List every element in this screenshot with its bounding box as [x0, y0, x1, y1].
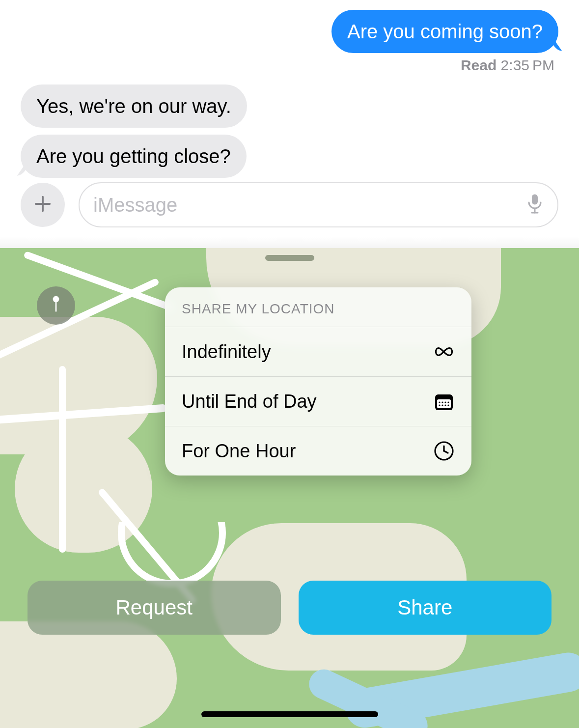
svg-point-16 — [447, 404, 449, 406]
menu-item-label: Until End of Day — [182, 391, 317, 412]
conversation-area: Are you coming soon? Read 2:35 PM Yes, w… — [0, 0, 579, 248]
svg-point-14 — [441, 404, 443, 406]
svg-point-12 — [447, 401, 449, 403]
plus-icon — [33, 195, 52, 215]
add-attachment-button[interactable] — [21, 183, 65, 227]
share-location-button[interactable]: Share — [299, 581, 552, 635]
calendar-icon — [433, 391, 455, 412]
svg-point-13 — [439, 404, 440, 406]
button-label: Share — [397, 596, 452, 619]
message-row-outgoing: Are you coming soon? — [0, 10, 579, 53]
location-panel: SHARE MY LOCATION Indefinitely Until End… — [0, 248, 579, 728]
svg-point-9 — [439, 401, 440, 403]
svg-point-10 — [441, 401, 443, 403]
svg-rect-8 — [437, 399, 451, 408]
svg-line-19 — [444, 451, 448, 453]
svg-point-15 — [444, 404, 446, 406]
message-input[interactable]: iMessage — [79, 182, 558, 227]
svg-point-11 — [444, 401, 446, 403]
read-receipt-status: Read — [461, 57, 496, 73]
home-indicator[interactable] — [201, 711, 378, 717]
read-receipt-time: 2:35 PM — [501, 57, 554, 73]
map-pin-icon — [51, 295, 61, 316]
message-bubble-outgoing[interactable]: Are you coming soon? — [331, 10, 558, 53]
share-option-end-of-day[interactable]: Until End of Day — [165, 377, 471, 426]
message-bubble-incoming[interactable]: Yes, we're on our way. — [21, 84, 247, 128]
panel-grabber[interactable] — [265, 255, 314, 261]
share-option-indefinitely[interactable]: Indefinitely — [165, 327, 471, 377]
share-location-menu: SHARE MY LOCATION Indefinitely Until End… — [165, 287, 471, 476]
svg-rect-6 — [55, 301, 57, 312]
share-menu-header: SHARE MY LOCATION — [165, 287, 471, 327]
microphone-icon[interactable] — [526, 193, 544, 217]
request-location-button[interactable]: Request — [28, 581, 281, 635]
map-pin-button[interactable] — [37, 286, 75, 325]
infinity-icon — [433, 341, 455, 363]
svg-rect-2 — [532, 195, 538, 205]
clock-icon — [433, 440, 455, 462]
compose-divider — [0, 237, 579, 249]
menu-item-label: Indefinitely — [182, 341, 271, 363]
read-receipt: Read 2:35 PM — [0, 57, 579, 74]
button-label: Request — [116, 596, 193, 619]
message-input-placeholder: iMessage — [93, 194, 526, 216]
message-bubble-incoming[interactable]: Are you getting close? — [21, 135, 247, 178]
message-row-incoming: Are you getting close? — [0, 135, 579, 178]
location-action-row: Request Share — [28, 581, 551, 635]
menu-item-label: For One Hour — [182, 441, 296, 462]
share-option-one-hour[interactable]: For One Hour — [165, 426, 471, 476]
compose-bar: iMessage — [0, 173, 579, 237]
message-row-incoming: Yes, we're on our way. — [0, 84, 579, 128]
